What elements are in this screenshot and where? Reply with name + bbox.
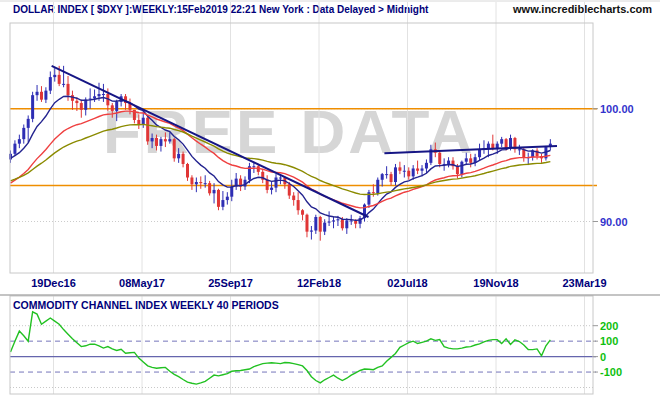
candle-body bbox=[44, 91, 47, 100]
candle-body bbox=[168, 139, 171, 141]
price-axis-label: 100.00 bbox=[600, 103, 634, 115]
cci-axis-label: 0 bbox=[600, 351, 606, 363]
candle-body bbox=[500, 139, 503, 144]
candle-body bbox=[115, 102, 118, 111]
candle-body bbox=[275, 178, 278, 188]
candle-body bbox=[49, 77, 52, 91]
cci-panel-title: COMMODITY CHANNEL INDEX WEEKLY 40 PERIOD… bbox=[13, 299, 279, 311]
candle-body bbox=[447, 161, 450, 164]
candle-body bbox=[509, 138, 512, 148]
date-axis-label: 19Dec16 bbox=[31, 277, 76, 289]
candle-body bbox=[270, 188, 273, 190]
price-and-cci-chart bbox=[0, 0, 660, 400]
date-axis-label: 08May17 bbox=[119, 277, 165, 289]
candle-body bbox=[226, 197, 229, 200]
candle-body bbox=[518, 149, 521, 150]
candle-body bbox=[186, 164, 189, 178]
cci-axis-label: 100 bbox=[600, 335, 618, 347]
candle-body bbox=[297, 200, 300, 210]
candle-body bbox=[487, 144, 490, 149]
candle-body bbox=[75, 101, 78, 103]
candle-body bbox=[292, 196, 295, 201]
candle-body bbox=[195, 182, 198, 184]
candle-body bbox=[137, 120, 140, 125]
candle-body bbox=[190, 178, 193, 185]
candle-body bbox=[142, 118, 145, 125]
candle-body bbox=[381, 174, 384, 180]
date-axis-label: 02Jul18 bbox=[387, 277, 427, 289]
candle-body bbox=[18, 139, 21, 144]
candle-body bbox=[182, 154, 185, 164]
cci-axis-label: -100 bbox=[600, 366, 622, 378]
candle-body bbox=[13, 144, 16, 154]
trendline bbox=[384, 146, 557, 153]
candle-body bbox=[456, 166, 459, 174]
candle-body bbox=[266, 180, 269, 190]
candle-body bbox=[438, 153, 441, 164]
candle-body bbox=[173, 139, 176, 158]
candle-body bbox=[93, 96, 96, 98]
candle-body bbox=[416, 168, 419, 170]
candle-body bbox=[394, 167, 397, 182]
candle-body bbox=[478, 149, 481, 157]
candle-body bbox=[151, 138, 154, 141]
candle-body bbox=[505, 139, 508, 148]
candle-body bbox=[40, 92, 43, 100]
candle-body bbox=[305, 215, 308, 232]
candle-body bbox=[421, 168, 424, 170]
candle-body bbox=[310, 231, 313, 232]
candle-body bbox=[177, 154, 180, 159]
candle-body bbox=[164, 139, 167, 141]
candle-body bbox=[398, 167, 401, 170]
candle-body bbox=[111, 105, 114, 111]
cci-line bbox=[11, 312, 551, 384]
candle-body bbox=[98, 94, 101, 96]
candle-body bbox=[328, 222, 331, 223]
candle-body bbox=[412, 168, 415, 176]
candle-body bbox=[155, 138, 158, 146]
candle-body bbox=[403, 171, 406, 172]
candle-body bbox=[279, 178, 282, 179]
candle-body bbox=[465, 158, 468, 161]
candle-body bbox=[199, 182, 202, 183]
price-axis-label: 90.00 bbox=[600, 216, 628, 228]
candle-body bbox=[31, 95, 34, 119]
candle-body bbox=[58, 75, 61, 84]
candle-body bbox=[341, 219, 344, 228]
candle-body bbox=[469, 158, 472, 163]
candle-body bbox=[332, 220, 335, 221]
candle-body bbox=[252, 166, 255, 167]
candle-body bbox=[230, 187, 233, 197]
candle-body bbox=[102, 94, 105, 95]
date-axis-label: 25Sep17 bbox=[208, 277, 253, 289]
candle-body bbox=[336, 219, 339, 220]
candle-body bbox=[204, 183, 207, 184]
candle-body bbox=[53, 75, 56, 77]
candle-body bbox=[319, 217, 322, 232]
candle-body bbox=[390, 174, 393, 182]
candle-body bbox=[350, 220, 353, 221]
candle-body bbox=[372, 192, 375, 193]
candle-body bbox=[221, 200, 224, 207]
candle-body bbox=[376, 180, 379, 194]
chart-application-window: DOLLAR INDEX [ $DXY ]:WEEKLY:15Feb2019 2… bbox=[0, 0, 660, 400]
candle-body bbox=[407, 171, 410, 177]
date-axis-label: 12Feb18 bbox=[297, 277, 341, 289]
candle-body bbox=[385, 174, 388, 175]
cci-axis-label: 200 bbox=[600, 320, 618, 332]
candle-body bbox=[159, 139, 162, 146]
candle-body bbox=[460, 162, 463, 174]
candle-body bbox=[146, 118, 149, 142]
candle-body bbox=[62, 84, 65, 85]
candle-body bbox=[80, 103, 83, 110]
candle-body bbox=[425, 163, 428, 169]
date-axis-label: 19Nov18 bbox=[473, 277, 518, 289]
candle-body bbox=[36, 92, 39, 95]
date-axis-label: 23Mar19 bbox=[562, 277, 606, 289]
candle-body bbox=[217, 190, 220, 207]
candle-body bbox=[84, 100, 87, 110]
candle-body bbox=[314, 217, 317, 231]
candle-body bbox=[27, 119, 30, 128]
candle-body bbox=[345, 220, 348, 228]
candle-body bbox=[288, 184, 291, 195]
